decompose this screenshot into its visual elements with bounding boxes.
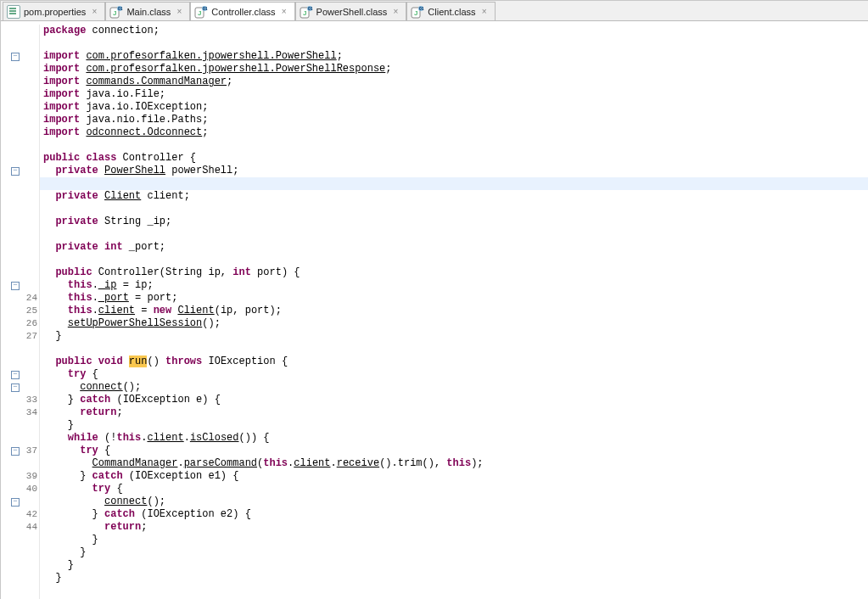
svg-text:01: 01 [308,6,313,11]
code-line[interactable]: } catch (IOException e2) { [43,508,868,521]
code-line[interactable]: private int _port; [43,241,868,254]
close-icon[interactable]: × [479,7,490,17]
code-line[interactable]: public Controller(String ip, int port) { [43,266,868,279]
line-number: 37 [22,445,37,457]
code-editor[interactable]: −−−24252627−−3334−373940−4244 package co… [1,21,868,599]
svg-text:J: J [198,9,201,17]
close-icon[interactable]: × [390,7,400,17]
code-line[interactable]: } [43,330,868,343]
tab-controller-class[interactable]: J01 Controller.class × [190,2,294,20]
tab-label: pom.properties [24,7,86,17]
code-line[interactable]: connect(); [43,495,868,508]
code-line[interactable]: while (!this.client.isClosed()) { [43,432,868,445]
code-line[interactable]: import java.io.File; [43,88,868,101]
code-line[interactable] [43,139,868,152]
tab-pom-properties[interactable]: pom.properties × [3,2,105,20]
svg-text:J: J [414,9,417,17]
svg-text:J: J [303,9,306,17]
code-line[interactable]: this._ip = ip; [43,279,868,292]
line-number: 33 [22,394,37,406]
line-number: 44 [22,521,37,534]
code-line[interactable]: } [43,559,868,572]
line-number: 25 [22,305,37,317]
fold-toggle[interactable]: − [11,371,20,379]
fold-toggle[interactable]: − [11,53,20,61]
code-line[interactable]: try { [43,368,868,381]
svg-text:01: 01 [118,6,123,11]
line-number: 40 [22,483,37,495]
tab-powershell-class[interactable]: J01 PowerShell.class × [295,2,407,20]
fold-toggle[interactable]: − [11,383,20,392]
code-area[interactable]: package connection;import com.profesorfa… [40,25,868,599]
code-line[interactable]: public void run() throws IOException { [43,355,868,368]
svg-text:01: 01 [203,6,208,11]
code-line[interactable]: import java.nio.file.Paths; [43,114,868,126]
properties-icon [7,5,20,19]
code-line[interactable] [43,254,868,266]
svg-text:J: J [113,9,116,17]
code-line[interactable]: return; [43,521,868,534]
line-number: 26 [22,317,37,330]
code-line[interactable]: import com.profesorfalken.jpowershell.Po… [43,63,868,76]
code-line[interactable]: private Client client; [43,190,868,203]
code-line[interactable]: public class Controller { [43,152,868,165]
tab-main-class[interactable]: J01 Main.class × [105,2,190,20]
editor-tabbar: pom.properties × J01 Main.class × J01 Co… [1,1,868,21]
code-line[interactable]: try { [43,445,868,457]
fold-toggle[interactable]: − [11,447,20,456]
code-line[interactable]: import commands.CommandManager; [43,76,868,88]
tab-label: PowerShell.class [316,7,388,17]
fold-toggle[interactable]: − [11,498,20,507]
line-number: 34 [22,406,37,419]
gutter: −−−24252627−−3334−373940−4244 [1,25,40,599]
code-line[interactable]: this.client = new Client(ip, port); [43,305,868,317]
code-line[interactable]: import odconnect.Odconnect; [43,126,868,139]
class-icon: J01 [300,5,313,19]
code-line[interactable] [40,177,868,190]
class-icon: J01 [411,5,424,19]
svg-text:01: 01 [419,6,424,11]
tab-client-class[interactable]: J01 Client.class × [406,2,495,20]
code-line[interactable] [43,585,868,597]
code-line[interactable]: return; [43,406,868,419]
close-icon[interactable]: × [89,7,99,17]
code-line[interactable]: } [43,546,868,559]
code-line[interactable]: } [43,419,868,432]
line-number: 42 [22,508,37,521]
tab-label: Main.class [126,7,171,17]
tab-label: Controller.class [211,7,275,17]
line-number: 27 [22,330,37,343]
close-icon[interactable]: × [174,7,184,17]
code-line[interactable] [43,343,868,355]
code-line[interactable]: setUpPowerShellSession(); [43,317,868,330]
code-line[interactable]: } catch (IOException e) { [43,394,868,406]
code-line[interactable]: import java.io.IOException; [43,101,868,114]
code-line[interactable]: private PowerShell powerShell; [43,165,868,177]
code-line[interactable]: try { [43,483,868,495]
code-line[interactable]: } [43,534,868,546]
class-icon: J01 [109,5,123,19]
code-line[interactable]: this._port = port; [43,292,868,305]
code-line[interactable]: private String _ip; [43,216,868,228]
fold-toggle[interactable]: − [11,167,20,176]
code-line[interactable] [43,203,868,216]
line-number: 39 [22,470,37,483]
close-icon[interactable]: × [279,7,289,17]
fold-toggle[interactable]: − [11,282,20,290]
code-line[interactable] [43,37,868,50]
code-line[interactable]: } catch (IOException e1) { [43,470,868,483]
class-icon: J01 [194,5,208,19]
code-line[interactable]: connect(); [43,381,868,394]
line-number: 24 [22,292,37,305]
code-line[interactable]: CommandManager.parseCommand(this.client.… [43,457,868,470]
tab-label: Client.class [428,7,475,17]
code-line[interactable]: import com.profesorfalken.jpowershell.Po… [43,50,868,63]
code-line[interactable]: } [43,572,868,585]
code-line[interactable] [43,228,868,241]
code-line[interactable]: package connection; [43,25,868,37]
